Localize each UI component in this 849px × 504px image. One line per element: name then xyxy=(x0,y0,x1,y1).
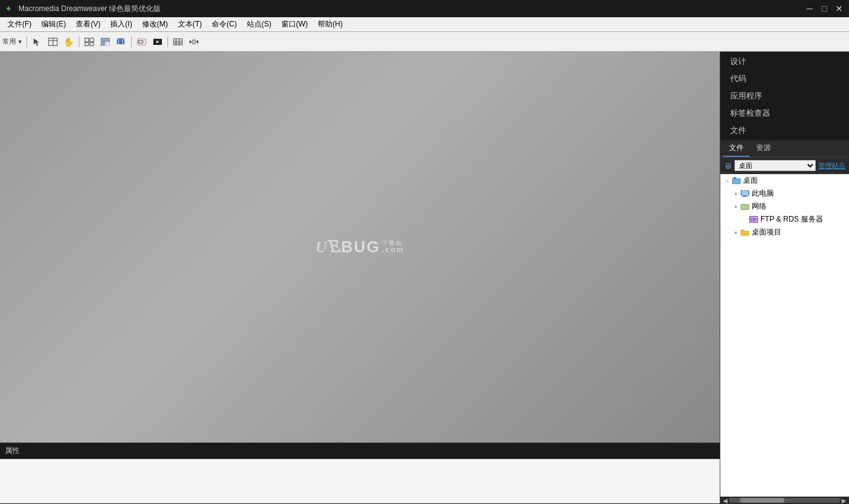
right-menu-tag[interactable]: 标签检查器 xyxy=(720,105,849,122)
desktop-icon xyxy=(731,176,741,186)
toolbar-hand-tool[interactable]: ✋ xyxy=(62,35,76,49)
expand-network[interactable]: ＋ xyxy=(731,202,740,211)
svg-rect-7 xyxy=(90,42,94,46)
desktop-items-icon xyxy=(740,228,750,238)
desktop-items-label: 桌面项目 xyxy=(752,227,781,238)
network-label: 网络 xyxy=(752,201,767,212)
scrollbar-track[interactable] xyxy=(729,498,840,503)
tree-item-network[interactable]: ＋ 网络 xyxy=(720,200,849,213)
expand-desktop-items[interactable]: ＋ xyxy=(731,228,740,237)
watermark-bug: BUG xyxy=(341,238,380,257)
svg-rect-31 xyxy=(742,191,748,195)
toolbar-separator-1 xyxy=(26,36,27,47)
right-panel-menu: 设计 代码 应用程序 标签检查器 文件 xyxy=(720,52,849,140)
titlebar-controls: ─ □ ✕ xyxy=(805,4,844,14)
network-icon xyxy=(740,202,750,212)
svg-rect-29 xyxy=(733,179,740,183)
toolbar: 常用 ▼ ✋ xyxy=(0,32,849,52)
svg-marker-13 xyxy=(117,39,118,44)
manage-site-button[interactable]: 管理站点 xyxy=(818,161,845,170)
tree-item-desktop[interactable]: － 桌面 xyxy=(720,174,849,187)
right-menu-app[interactable]: 应用程序 xyxy=(720,87,849,105)
menubar: 文件(F) 编辑(E) 查看(V) 插入(I) 修改(M) 文本(T) 命令(C… xyxy=(0,17,849,32)
svg-rect-8 xyxy=(101,38,110,41)
right-menu-design[interactable]: 设计 xyxy=(720,53,849,70)
toolbar-table-tool[interactable] xyxy=(46,35,60,49)
watermark-u: U xyxy=(315,238,328,257)
expand-desktop[interactable]: － xyxy=(723,177,731,185)
watermark-e: Ǝ xyxy=(328,238,341,257)
maximize-button[interactable]: □ xyxy=(819,4,829,14)
folder-icon: 🖥 xyxy=(724,161,732,170)
toolbar-separator-3 xyxy=(131,36,132,47)
svg-rect-4 xyxy=(85,38,89,42)
titlebar-left: ✦ Macromedia Dreamweaver 绿色最简优化版 xyxy=(5,4,161,14)
menu-text[interactable]: 文本(T) xyxy=(173,18,207,31)
minimize-button[interactable]: ─ xyxy=(805,4,815,14)
menu-file[interactable]: 文件(F) xyxy=(2,18,36,31)
svg-rect-40 xyxy=(741,230,744,232)
expand-thispc[interactable]: ＋ xyxy=(731,190,740,198)
menu-command[interactable]: 命令(C) xyxy=(207,18,242,31)
scroll-right-button[interactable]: ▶ xyxy=(840,497,848,504)
file-tree: － 桌面 ＋ xyxy=(720,174,849,497)
toolbar-paint-tool[interactable] xyxy=(114,35,129,49)
menu-insert[interactable]: 插入(I) xyxy=(105,18,137,31)
app-logo: ✦ xyxy=(5,4,15,14)
toolbar-form-tool[interactable] xyxy=(134,35,149,49)
svg-rect-12 xyxy=(119,39,123,44)
watermark: U Ǝ BUG 下载站 .com xyxy=(315,238,404,257)
svg-marker-0 xyxy=(34,39,39,46)
thispc-label: 此电脑 xyxy=(752,188,774,199)
toolbar-nav-tool[interactable] xyxy=(187,35,201,49)
svg-marker-14 xyxy=(123,39,124,44)
folder-select[interactable]: 桌面 xyxy=(734,160,816,171)
menu-help[interactable]: 帮助(H) xyxy=(313,18,348,31)
right-menu-code[interactable]: 代码 xyxy=(720,70,849,87)
tree-item-ftp[interactable]: FTP FTP & RDS 服务器 xyxy=(720,213,849,226)
tree-item-thispc[interactable]: ＋ 此电脑 xyxy=(720,187,849,200)
svg-marker-24 xyxy=(190,40,192,44)
tab-assets[interactable]: 资源 xyxy=(750,140,777,157)
menu-site[interactable]: 站点(S) xyxy=(242,18,276,31)
watermark-text: U Ǝ BUG 下载站 .com xyxy=(315,238,404,257)
toolbar-grid-tool[interactable] xyxy=(82,35,97,49)
toolbar-media-tool[interactable] xyxy=(150,35,165,49)
svg-rect-5 xyxy=(90,38,94,42)
tree-item-desktop-items[interactable]: ＋ 桌面项目 xyxy=(720,226,849,239)
ftp-label: FTP & RDS 服务器 xyxy=(760,214,823,225)
right-panel: 设计 代码 应用程序 标签检查器 文件 文件 资源 🖥 桌面 管理站点 － xyxy=(720,52,849,504)
svg-rect-35 xyxy=(741,205,749,209)
scrollbar-thumb[interactable] xyxy=(740,498,784,503)
svg-rect-11 xyxy=(118,38,124,39)
desktop-label: 桌面 xyxy=(743,175,758,186)
svg-rect-34 xyxy=(742,203,745,205)
menu-window[interactable]: 窗口(W) xyxy=(276,18,313,31)
right-tabs: 文件 资源 xyxy=(720,140,849,158)
svg-rect-25 xyxy=(193,40,195,44)
ftp-icon: FTP xyxy=(749,215,758,225)
toolbar-label: 常用 ▼ xyxy=(2,37,23,46)
right-menu-files[interactable]: 文件 xyxy=(720,122,849,139)
right-scrollbar[interactable]: ◀ ▶ xyxy=(720,497,849,504)
close-button[interactable]: ✕ xyxy=(834,4,844,14)
app-title: Macromedia Dreamweaver 绿色最简优化版 xyxy=(18,4,161,14)
workspace: U Ǝ BUG 下载站 .com 属性 xyxy=(0,52,720,504)
scroll-left-button[interactable]: ◀ xyxy=(722,497,729,504)
file-tree-header: 🖥 桌面 管理站点 xyxy=(720,158,849,174)
toolbar-layout-tool[interactable] xyxy=(98,35,113,49)
menu-edit[interactable]: 编辑(E) xyxy=(36,18,71,31)
tab-files[interactable]: 文件 xyxy=(723,140,750,157)
main-layout: U Ǝ BUG 下载站 .com 属性 设计 代码 应用程序 标签检查器 xyxy=(0,52,849,504)
watermark-com: .com xyxy=(382,246,404,254)
menu-view[interactable]: 查看(V) xyxy=(71,18,105,31)
properties-title: 属性 xyxy=(0,443,720,459)
svg-rect-10 xyxy=(106,42,110,46)
toolbar-cursor-tool[interactable] xyxy=(30,35,44,49)
svg-rect-28 xyxy=(733,177,736,179)
svg-rect-6 xyxy=(85,42,89,46)
toolbar-table2-tool[interactable] xyxy=(171,35,185,49)
menu-modify[interactable]: 修改(M) xyxy=(137,18,173,31)
toolbar-separator-2 xyxy=(79,36,79,47)
toolbar-dropdown-icon[interactable]: ▼ xyxy=(17,39,23,45)
